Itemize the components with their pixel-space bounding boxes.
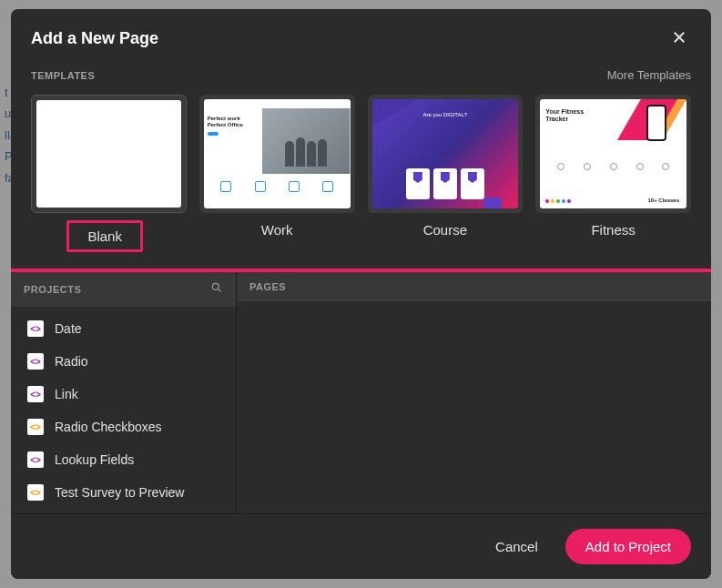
- project-item[interactable]: <> Date: [11, 312, 236, 345]
- close-icon: [671, 29, 687, 48]
- project-icon: <>: [27, 484, 44, 501]
- template-blank[interactable]: Blank: [31, 95, 187, 252]
- add-to-project-button[interactable]: Add to Project: [565, 529, 691, 564]
- close-button[interactable]: [667, 25, 691, 52]
- project-item-label: Radio: [55, 354, 88, 369]
- search-icon[interactable]: [210, 281, 223, 298]
- template-work[interactable]: Perfect work Perfect Office: [199, 95, 355, 252]
- project-item-label: Date: [55, 321, 82, 336]
- template-course-thumb: Are you DIGITAL?: [368, 95, 524, 213]
- pages-panel: PAGES: [236, 272, 711, 513]
- cancel-button[interactable]: Cancel: [479, 530, 554, 563]
- project-icon: <>: [27, 353, 44, 370]
- project-item[interactable]: <> Test Survey to Preview: [11, 476, 236, 509]
- project-item-label: Test Survey to Preview: [55, 485, 184, 500]
- modal-header: Add a New Page: [11, 9, 711, 61]
- templates-grid: Blank Perfect work Perfect Office: [31, 95, 691, 252]
- template-fitness-thumb: Your Fitness Tracker: [535, 95, 691, 213]
- templates-header: TEMPLATES More Templates: [31, 68, 691, 82]
- project-item-label: Lookup Fields: [55, 452, 134, 467]
- project-icon: <>: [27, 419, 44, 435]
- project-item[interactable]: <> Radio: [11, 345, 236, 378]
- project-icon: <>: [27, 451, 44, 468]
- projects-header: PROJECTS: [11, 272, 236, 307]
- template-fitness-label: Fitness: [535, 222, 691, 238]
- projects-panel: PROJECTS <> Date <> Radio <>: [11, 272, 236, 513]
- svg-point-2: [212, 283, 219, 289]
- project-item[interactable]: <> Lookup Fields: [11, 443, 236, 476]
- template-course[interactable]: Are you DIGITAL? Course: [368, 95, 524, 252]
- project-item[interactable]: <> Radio Checkboxes: [11, 411, 236, 443]
- lower-panels: PROJECTS <> Date <> Radio <>: [11, 272, 711, 513]
- template-fitness[interactable]: Your Fitness Tracker: [535, 95, 691, 252]
- project-icon: <>: [27, 320, 44, 337]
- template-course-label: Course: [368, 222, 524, 238]
- templates-section: TEMPLATES More Templates Blank Perfect w…: [11, 61, 711, 272]
- project-item-label: Radio Checkboxes: [55, 420, 162, 434]
- template-work-thumb: Perfect work Perfect Office: [199, 95, 355, 213]
- template-blank-label: Blank: [66, 220, 143, 252]
- more-templates-link[interactable]: More Templates: [607, 68, 691, 82]
- projects-label: PROJECTS: [24, 284, 81, 295]
- pages-header: PAGES: [237, 272, 711, 301]
- project-item-label: Link: [55, 387, 78, 401]
- template-work-label: Work: [199, 222, 355, 238]
- pages-label: PAGES: [249, 281, 286, 292]
- project-item[interactable]: <> Link: [11, 378, 236, 411]
- add-page-modal: Add a New Page TEMPLATES More Templates …: [11, 9, 711, 579]
- projects-list: <> Date <> Radio <> Link <> Radio Checkb…: [11, 307, 236, 513]
- project-icon: <>: [27, 386, 44, 402]
- svg-line-3: [218, 289, 220, 291]
- template-blank-thumb: [31, 95, 187, 213]
- templates-label: TEMPLATES: [31, 70, 95, 81]
- modal-title: Add a New Page: [31, 29, 158, 48]
- modal-footer: Cancel Add to Project: [11, 513, 711, 579]
